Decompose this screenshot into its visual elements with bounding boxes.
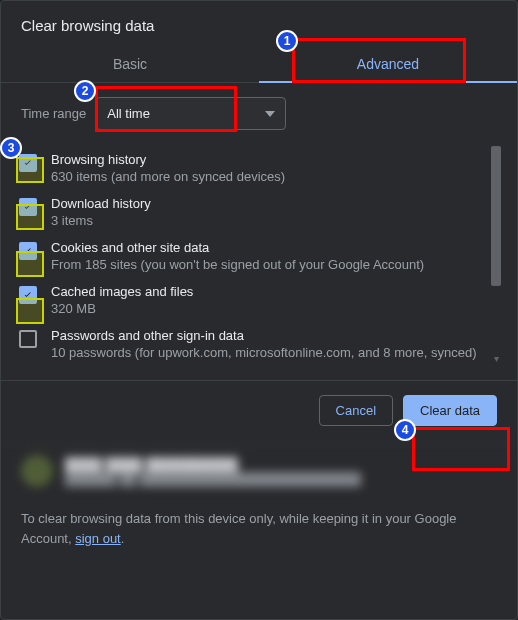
dialog-footer: Cancel Clear data (1, 380, 517, 444)
note-text-suffix: . (121, 531, 125, 546)
checkbox-cookies[interactable] (19, 242, 37, 260)
account-name: ████ ████ ██████████ (65, 457, 361, 472)
data-types-list: Browsing history 630 items (and more on … (15, 146, 503, 366)
tabs: Basic Advanced (1, 44, 517, 83)
tab-advanced[interactable]: Advanced (259, 44, 517, 82)
list-item: Passwords and other sign-in data 10 pass… (15, 322, 495, 366)
item-title: Cached images and files (51, 284, 193, 299)
scrollbar-thumb[interactable] (491, 146, 501, 286)
scrollbar-down-icon[interactable]: ▾ (491, 352, 501, 366)
time-range-row: Time range All time (21, 97, 503, 130)
chevron-down-icon (265, 111, 275, 117)
item-sub: 630 items (and more on synced devices) (51, 169, 285, 184)
item-title: Download history (51, 196, 151, 211)
avatar (21, 455, 53, 487)
list-item: Cookies and other site data From 185 sit… (15, 234, 495, 278)
cancel-button[interactable]: Cancel (319, 395, 393, 426)
item-sub: 3 items (51, 213, 151, 228)
list-item: Browsing history 630 items (and more on … (15, 146, 495, 190)
item-title: Browsing history (51, 152, 285, 167)
time-range-select[interactable]: All time (96, 97, 286, 130)
sign-out-note: To clear browsing data from this device … (1, 501, 517, 568)
time-range-label: Time range (21, 106, 86, 121)
account-section: ████ ████ ██████████ ██████ ██ █████████… (1, 444, 517, 501)
item-sub: 10 passwords (for upwork.com, microsofto… (51, 345, 477, 360)
dialog-title: Clear browsing data (1, 1, 517, 44)
scrollbar[interactable]: ▾ (491, 146, 501, 366)
clear-browsing-data-dialog: Clear browsing data Basic Advanced Time … (0, 0, 518, 620)
account-email: ██████ ██ ██████████████████████████ (65, 472, 361, 486)
checkbox-cache[interactable] (19, 286, 37, 304)
checkbox-browsing-history[interactable] (19, 154, 37, 172)
checkbox-download-history[interactable] (19, 198, 37, 216)
clear-data-button[interactable]: Clear data (403, 395, 497, 426)
time-range-value: All time (107, 106, 150, 121)
dialog-body: Time range All time Browsing history 630… (1, 83, 517, 374)
checkbox-passwords[interactable] (19, 330, 37, 348)
list-item: Download history 3 items (15, 190, 495, 234)
item-title: Passwords and other sign-in data (51, 328, 477, 343)
sign-out-link[interactable]: sign out (75, 531, 121, 546)
tab-basic[interactable]: Basic (1, 44, 259, 82)
item-sub: From 185 sites (you won't be signed out … (51, 257, 424, 272)
item-title: Cookies and other site data (51, 240, 424, 255)
list-item: Cached images and files 320 MB (15, 278, 495, 322)
item-sub: 320 MB (51, 301, 193, 316)
